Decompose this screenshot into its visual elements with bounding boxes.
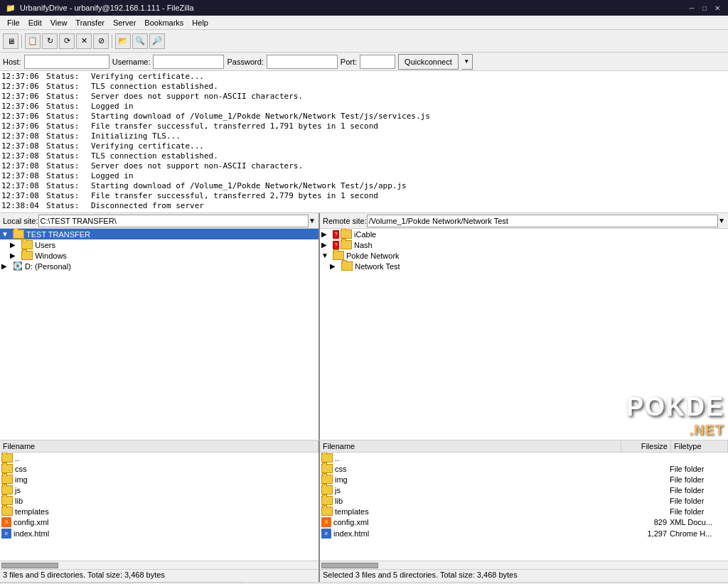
log-type: Status: — [46, 92, 85, 102]
folder-icon — [1, 507, 13, 516]
local-tree-item[interactable]: ▶💽D: (Personal) — [0, 261, 318, 271]
remote-filetype-col[interactable]: Filetype — [671, 440, 728, 452]
log-type: Status: — [46, 131, 85, 141]
remote-file-row[interactable]: eindex.html1,297Chrome H... — [320, 528, 728, 539]
menu-transfer[interactable]: Transfer — [71, 17, 109, 28]
local-file-row[interactable]: img — [0, 474, 318, 485]
toolbar-site-manager[interactable]: 🖥 — [3, 33, 18, 49]
quickconnect-button[interactable]: Quickconnect — [398, 54, 459, 70]
maximize-button[interactable]: □ — [700, 3, 710, 13]
toolbar-cancel[interactable]: ✕ — [76, 33, 92, 49]
menu-file[interactable]: File — [3, 17, 24, 28]
folder-icon — [321, 464, 333, 473]
log-type: Status: — [46, 102, 85, 112]
host-input[interactable] — [24, 55, 109, 69]
menu-server[interactable]: Server — [109, 17, 140, 28]
filesize: 1,297 — [620, 529, 670, 538]
app-icon: 📁 — [6, 4, 16, 13]
unknown-folder-icon: ? — [333, 241, 339, 249]
tree-expand[interactable]: ▶ — [10, 241, 21, 249]
remote-file-row[interactable]: jsFile folder — [320, 485, 728, 495]
username-input[interactable] — [153, 55, 224, 69]
toolbar-disconnect[interactable]: ⊘ — [93, 33, 109, 49]
port-input[interactable] — [360, 55, 395, 69]
remote-path-input[interactable] — [367, 215, 718, 227]
menu-help[interactable]: Help — [188, 17, 213, 28]
local-file-list[interactable]: ..cssimgjslibtemplatesXconfig.xmleindex.… — [0, 453, 318, 561]
log-entry: 12:37:08Status:Initializing TLS... — [1, 131, 727, 141]
file-panes: Filename ..cssimgjslibtemplatesXconfig.x… — [0, 440, 728, 583]
local-file-row[interactable]: .. — [0, 453, 318, 463]
folder-icon — [341, 240, 352, 249]
local-file-row[interactable]: js — [0, 485, 318, 495]
password-label: Password: — [227, 58, 263, 66]
minimize-button[interactable]: ─ — [687, 3, 697, 13]
menu-bookmarks[interactable]: Bookmarks — [140, 17, 188, 28]
remote-file-row[interactable]: libFile folder — [320, 495, 728, 506]
local-file-row[interactable]: css — [0, 463, 318, 474]
local-path-input[interactable] — [38, 215, 309, 227]
log-time: 12:37:08 — [1, 191, 41, 201]
remote-file-row[interactable]: .. — [320, 453, 728, 463]
tree-expand[interactable]: ▼ — [321, 252, 333, 259]
local-tree-item[interactable]: ▼TEST TRANSFER — [0, 229, 318, 239]
tree-expand[interactable]: ▶ — [1, 262, 13, 270]
html-file-icon: e — [1, 529, 11, 539]
folder-icon — [333, 251, 344, 260]
tree-expand[interactable]: ▶ — [330, 262, 341, 270]
local-horizontal-scrollbar[interactable] — [0, 561, 318, 569]
remote-tree-item[interactable]: ▶Network Test — [320, 261, 728, 271]
toolbar-filemanager[interactable]: 📂 — [115, 33, 131, 49]
local-filename-col[interactable]: Filename — [0, 440, 318, 452]
tree-expand[interactable]: ▶ — [321, 230, 333, 238]
menu-view[interactable]: View — [46, 17, 72, 28]
local-file-row[interactable]: templates — [0, 506, 318, 517]
log-entry: 12:37:08Status:TLS connection establishe… — [1, 151, 727, 161]
tree-item-name: TEST TRANSFER — [26, 230, 90, 239]
filename: .. — [335, 454, 339, 463]
tree-expand[interactable]: ▶ — [10, 252, 21, 259]
log-area[interactable]: 12:37:04Status:File transfer successful,… — [0, 71, 728, 213]
local-file-row[interactable]: lib — [0, 495, 318, 506]
remote-file-row[interactable]: imgFile folder — [320, 474, 728, 485]
remote-tree-item[interactable]: ▶?iCable — [320, 229, 728, 239]
tree-expand[interactable]: ▼ — [1, 230, 13, 238]
password-input[interactable] — [267, 55, 338, 69]
local-file-row[interactable]: Xconfig.xml — [0, 517, 318, 528]
log-type: Status: — [46, 82, 85, 92]
close-button[interactable]: ✕ — [712, 3, 722, 13]
local-file-row[interactable]: eindex.html — [0, 528, 318, 539]
toolbar-refresh[interactable]: ↻ — [42, 33, 58, 49]
toolbar-reconnect[interactable]: ⟳ — [59, 33, 75, 49]
tree-expand[interactable]: ▶ — [321, 241, 333, 249]
tree-item-name: Nash — [354, 241, 373, 249]
remote-horizontal-scrollbar[interactable] — [320, 561, 728, 569]
remote-path-dropdown[interactable]: ▼ — [718, 217, 725, 225]
local-directory-tree[interactable]: ▼TEST TRANSFER ▶Users ▶Windows▶💽D: (Pers… — [0, 229, 318, 440]
log-type: Status: — [46, 121, 85, 131]
remote-tree-item[interactable]: ▼Pokde Network — [320, 250, 728, 261]
folder-icon — [321, 485, 333, 494]
toolbar-search[interactable]: 🔍 — [132, 33, 148, 49]
remote-filesize-col[interactable]: Filesize — [621, 440, 671, 452]
local-tree-item[interactable]: ▶Windows — [0, 250, 318, 261]
remote-file-row[interactable]: cssFile folder — [320, 463, 728, 474]
local-tree-item[interactable]: ▶Users — [0, 239, 318, 250]
remote-tree-item[interactable]: ▶?Nash — [320, 239, 728, 250]
remote-filename-col[interactable]: Filename — [320, 440, 621, 452]
toolbar-new-tab[interactable]: 📋 — [25, 33, 41, 49]
remote-file-row[interactable]: Xconfig.xml829XML Docu... — [320, 517, 728, 528]
title-bar: 📁 UrbanifyDrive - urbanify@192.168.1.111… — [0, 0, 728, 16]
remote-file-row[interactable]: templatesFile folder — [320, 506, 728, 517]
remote-file-list[interactable]: ..cssFile folderimgFile folderjsFile fol… — [320, 453, 728, 561]
filename: config.xml — [333, 518, 369, 526]
local-path-dropdown[interactable]: ▼ — [309, 217, 316, 225]
remote-directory-tree[interactable]: ▶?iCable▶?Nash▼Pokde Network ▶Network Te… — [320, 229, 728, 440]
menu-edit[interactable]: Edit — [24, 17, 46, 28]
quickconnect-dropdown[interactable]: ▼ — [461, 54, 473, 70]
log-time: 12:37:06 — [1, 92, 41, 102]
tree-item-name: Windows — [35, 252, 67, 260]
log-type: Status: — [46, 151, 85, 161]
log-entry: 12:37:08Status:File transfer successful,… — [1, 191, 727, 201]
toolbar-compare[interactable]: 🔎 — [149, 33, 165, 49]
